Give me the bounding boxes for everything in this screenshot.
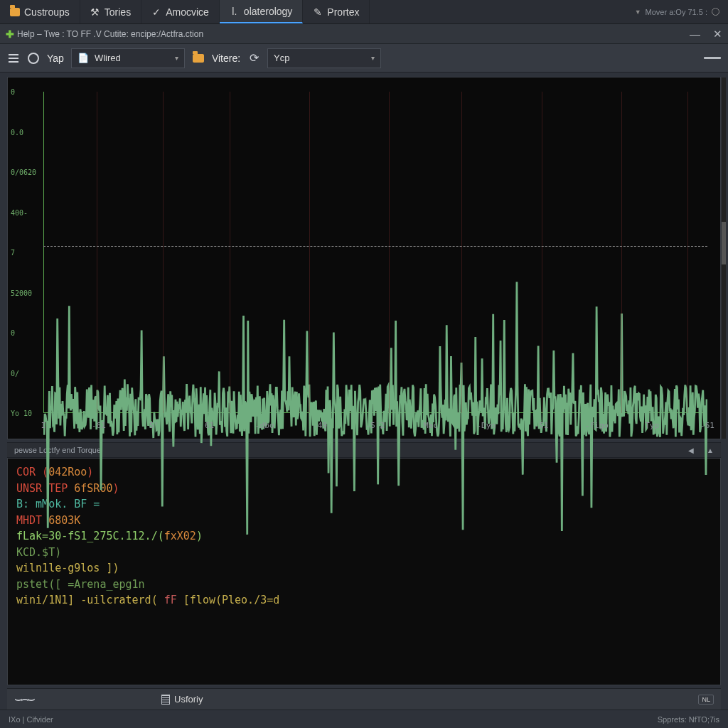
source-dropdown[interactable]: 📄 Wlired ▾ xyxy=(71,48,185,68)
y-axis: 00.00/0620400-75200000/Yo 10 xyxy=(8,92,43,413)
document-icon: 📄 xyxy=(77,53,89,64)
chevron-down-icon: ▾ xyxy=(175,54,178,62)
scroll-thumb[interactable] xyxy=(722,222,726,264)
vitere-label: Vitere: xyxy=(212,53,240,64)
record-icon[interactable] xyxy=(27,52,40,65)
tab-label: Prortex xyxy=(327,6,359,18)
status-circle-icon xyxy=(712,8,719,16)
x-axis: I-615'61-dbo-49-5'2Mac-Dyo-51-figoTyp-61 xyxy=(43,413,707,439)
toolbar: Yap 📄 Wlired ▾ Vitere: ⟳ Ycp ▾ xyxy=(0,44,728,73)
vertical-scrollbar[interactable] xyxy=(722,77,726,439)
collapse-icon[interactable] xyxy=(704,57,721,59)
title-text: Help – Twe : TO FF .V Cutite: encipe:/Ac… xyxy=(17,29,203,39)
tab-tories[interactable]: ⚒ Tories xyxy=(80,0,141,23)
waveform-plot[interactable]: 00.00/0620400-75200000/Yo 10 I-615'61-db… xyxy=(7,77,721,439)
tab-label: olaterology xyxy=(244,6,293,17)
refresh-icon[interactable]: ⟳ xyxy=(247,52,260,65)
plot-canvas xyxy=(43,92,707,413)
title-bar: ✚ Help – Twe : TO FF .V Cutite: encipe:/… xyxy=(0,24,728,44)
folder-icon[interactable] xyxy=(192,52,205,65)
folder-icon xyxy=(10,7,20,17)
minimize-button[interactable]: — xyxy=(690,28,700,41)
yap-label: Yap xyxy=(47,53,64,64)
waveform-trace xyxy=(43,92,707,728)
plus-icon[interactable]: ✚ xyxy=(6,28,14,40)
close-button[interactable]: ✕ xyxy=(713,28,722,41)
tab-prortex[interactable]: ✎ Prortex xyxy=(303,0,370,23)
tab-label: Custroups xyxy=(24,6,70,18)
chevron-down-icon: ▾ xyxy=(371,54,375,62)
settings-icon: ⚒ xyxy=(90,7,100,17)
toolbar-right xyxy=(704,57,721,59)
dropdown-value: Ycp xyxy=(274,53,289,63)
header-status-text: Mover a:Oy 71.5 : xyxy=(646,8,707,16)
tab-label: Tories xyxy=(105,6,131,18)
tab-custroups[interactable]: Custroups xyxy=(0,0,80,23)
header-status: ▼ Mover a:Oy 71.5 : xyxy=(626,0,728,23)
tab-label: Amocvice xyxy=(166,6,209,18)
check-icon: ✓ xyxy=(151,7,161,17)
target-dropdown[interactable]: Ycp ▾ xyxy=(267,48,381,68)
tab-olaterology[interactable]: l. olaterology xyxy=(220,0,304,23)
wave-icon: ⌣⌢⌣ xyxy=(14,692,33,707)
tab-bar: Custroups ⚒ Tories ✓ Amocvice l. olatero… xyxy=(0,0,728,24)
tab-amocvice[interactable]: ✓ Amocvice xyxy=(141,0,220,23)
collapse-up-icon[interactable]: ▲ xyxy=(707,446,714,454)
window-controls: — ✕ xyxy=(690,28,722,41)
dropdown-value: Wlired xyxy=(95,53,121,63)
chevron-down-icon: ▼ xyxy=(635,9,641,16)
pencil-icon: ✎ xyxy=(313,7,323,17)
flask-icon: l. xyxy=(230,6,240,16)
menu-icon[interactable] xyxy=(7,52,20,65)
